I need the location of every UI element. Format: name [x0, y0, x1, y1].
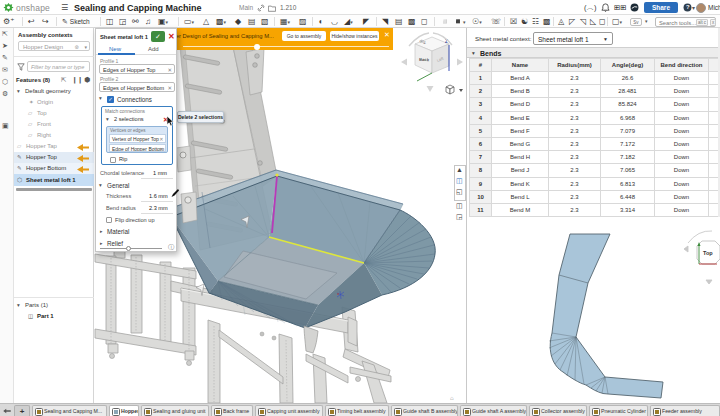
svg-text:?: ? — [686, 4, 690, 10]
svg-text:Back: Back — [419, 57, 430, 62]
svg-text:Top: Top — [703, 250, 713, 256]
svg-text:⌂: ⌂ — [450, 395, 454, 401]
